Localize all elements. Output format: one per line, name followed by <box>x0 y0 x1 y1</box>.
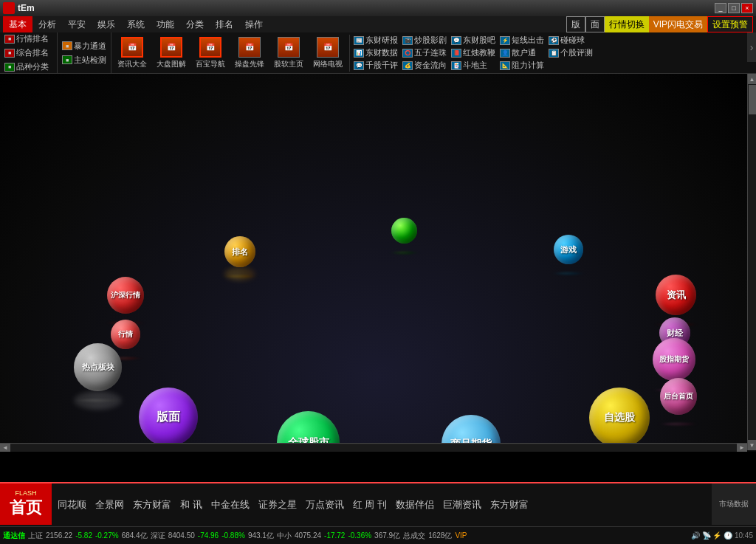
right-scrollbar[interactable]: ▲ ▼ <box>747 74 756 450</box>
news-link-hexun[interactable]: 和 讯 <box>180 498 202 512</box>
bottom-scrollbar[interactable]: ◄ ► <box>0 443 747 452</box>
ball-quote2[interactable]: 行情 <box>111 320 140 349</box>
ball-stock-futures[interactable]: 股指期货 <box>653 338 695 381</box>
toolbar-right-arrow[interactable]: › <box>747 32 756 62</box>
news-link-quanjingwang[interactable]: 全景网 <box>95 498 124 512</box>
landlord-icon: 🃏 <box>451 61 461 70</box>
ball-green[interactable] <box>391 218 417 244</box>
status-zx-value: 4075.24 <box>295 531 321 540</box>
toolbar-item-landlord[interactable]: 🃏 斗地主 <box>449 59 498 72</box>
news-link-juchao[interactable]: 巨潮资讯 <box>443 498 481 512</box>
stock-drama-icon: 🎬 <box>402 36 413 45</box>
scroll-thumb[interactable] <box>749 85 756 114</box>
toolbar-item-combined-rank[interactable]: ■ 综合排名 <box>2 47 55 59</box>
status-sz-pct: -0.88% <box>221 531 245 540</box>
scroll-right-button[interactable]: ► <box>737 444 747 452</box>
dongcai-report-icon: 📰 <box>354 36 364 45</box>
menu-item-alert[interactable]: 设置预警 <box>707 16 753 32</box>
menu-item-entertainment[interactable]: 娱乐 <box>92 16 121 32</box>
toolbar-item-news-all[interactable]: 📅 资讯大全 <box>113 35 151 72</box>
ball-hotspot[interactable]: 热点板块 <box>74 343 122 391</box>
red-candle-icon: 📕 <box>451 49 461 58</box>
news-link-stocks-star[interactable]: 证券之星 <box>258 498 297 512</box>
menu-item-function[interactable]: 功能 <box>151 16 180 32</box>
menu-item-banmian2[interactable]: 面 <box>585 16 605 32</box>
toolbar-item-trading-pioneer[interactable]: 📅 操盘先锋 <box>230 35 269 72</box>
quote-rank-icon: ■ <box>4 35 15 44</box>
ball-quote[interactable]: 沪深行情 <box>107 277 144 314</box>
menu-item-ping-an[interactable]: 平安 <box>62 16 92 32</box>
menu-item-category[interactable]: 分类 <box>180 16 210 32</box>
news-link-tonghuashun[interactable]: 同花顺 <box>58 498 86 512</box>
news-link-zhongjin[interactable]: 中金在线 <box>211 498 250 512</box>
toolbar-item-market-chart[interactable]: 📅 大盘图解 <box>152 35 190 72</box>
toolbar-item-resistance[interactable]: 📐 阻力计算 <box>498 59 546 72</box>
toolbar-item-stock-evaluation[interactable]: 📋 个股评测 <box>546 47 595 59</box>
menu-item-vip[interactable]: VIP闪电交易 <box>649 16 707 32</box>
resistance-icon: 📐 <box>500 61 510 70</box>
combined-rank-icon: ■ <box>4 49 15 58</box>
news-all-icon: 📅 <box>121 37 143 58</box>
ball-game[interactable]: 游戏 <box>554 235 583 264</box>
scroll-up-button[interactable]: ▲ <box>748 74 757 84</box>
maximize-button[interactable]: □ <box>728 3 740 13</box>
toolbar-item-stock-homepage[interactable]: 📅 股软主页 <box>269 35 308 72</box>
news-link-dongfang2[interactable]: 东方财富 <box>490 498 529 512</box>
toolbar-item-gomoku[interactable]: ⭕ 五子连珠 <box>400 47 449 59</box>
status-sz-value: 8404.50 <box>168 531 195 540</box>
toolbar-col1: ■ 行情排名 ■ 综合排名 ■ 品种分类 <box>0 32 58 73</box>
toolbar-item-stock-bar[interactable]: 💬 东财股吧 <box>449 34 498 47</box>
status-vip: VIP <box>455 531 467 540</box>
market-data-button[interactable]: 市场数据 <box>712 483 756 525</box>
toolbar-item-main-station[interactable]: ■ 主站检测 <box>60 54 109 66</box>
menu-item-ranking[interactable]: 排名 <box>210 16 239 32</box>
menu-item-operation[interactable]: 操作 <box>239 16 269 32</box>
news-link-red-weekly[interactable]: 红 周 刊 <box>353 498 387 512</box>
news-link-wandian[interactable]: 万点资讯 <box>306 498 344 512</box>
scroll-track <box>748 84 757 440</box>
bottom-area: FLASH 首页 同花顺 全景网 东方财富 和 讯 中金在线 证券之星 万点资讯… <box>0 482 756 526</box>
toolbar-item-web-tv[interactable]: 📅 网络电视 <box>309 35 347 72</box>
flash-label: FLASH <box>15 489 36 497</box>
ball-ranking[interactable]: 排名 <box>224 236 255 267</box>
toolbar-item-dongcai-data[interactable]: 📊 东财数据 <box>351 47 400 59</box>
close-button[interactable]: × <box>741 3 753 13</box>
toolbar-item-red-candle[interactable]: 📕 红烛教鞭 <box>449 47 498 59</box>
trading-pioneer-icon: 📅 <box>238 37 261 58</box>
ball-news[interactable]: 资讯 <box>656 275 696 315</box>
scroll-down-button[interactable]: ▼ <box>748 440 757 450</box>
toolbar-item-variety-class[interactable]: ■ 品种分类 <box>2 61 55 73</box>
toolbar-item-thousand-review[interactable]: 💬 千股千评 <box>351 59 400 72</box>
toolbar-item-billiard[interactable]: ⚽ 碰碰球 <box>546 34 595 47</box>
system-tray: 🔊 📡 ⚡ 🕐 10:45 <box>691 531 753 540</box>
toolbar-item-violent-channel[interactable]: ■ 暴力通道 <box>60 40 109 52</box>
menu-item-quote-switch[interactable]: 行情切换 <box>605 16 649 32</box>
stock-homepage-icon: 📅 <box>278 37 300 58</box>
toolbar-item-retail-channel[interactable]: 👤 散户通 <box>498 47 546 59</box>
minimize-button[interactable]: _ <box>715 3 726 13</box>
tray-icons: 🔊 📡 ⚡ 🕐 10:45 <box>691 531 753 540</box>
ball-self-select[interactable]: 自选股 <box>589 388 650 448</box>
ball-backend[interactable]: 后台首页 <box>660 378 697 415</box>
scroll-left-button[interactable]: ◄ <box>0 444 10 452</box>
menu-item-system[interactable]: 系统 <box>121 16 151 32</box>
dongcai-data-icon: 📊 <box>354 49 364 58</box>
news-link-dongfang-fortune[interactable]: 东方财富 <box>133 498 171 512</box>
status-sh-vol: 684.4亿 <box>122 531 148 541</box>
toolbar-item-navigation[interactable]: 📅 百宝导航 <box>191 35 230 72</box>
menu-item-base[interactable]: 基本 <box>3 16 32 32</box>
toolbar-item-dongcai-report[interactable]: 📰 东财研报 <box>351 34 400 47</box>
toolbar-item-fund-flow[interactable]: 💰 资金流向 <box>400 59 449 72</box>
status-sh-change: -5.82 <box>75 531 92 540</box>
gomoku-icon: ⭕ <box>402 49 413 58</box>
toolbar-item-short-attack[interactable]: ⚡ 短线出击 <box>498 34 546 47</box>
menu-item-banmian1[interactable]: 版 <box>566 16 585 32</box>
toolbar-item-quote-rank[interactable]: ■ 行情排名 <box>2 32 55 45</box>
toolbar-col2: ■ 暴力通道 ■ 主站检测 <box>58 32 111 73</box>
toolbar-item-stock-drama[interactable]: 🎬 炒股影剧 <box>400 34 449 47</box>
ball-banmian[interactable]: 版面 <box>139 388 198 447</box>
titlebar-left: tEm <box>3 2 35 14</box>
news-link-data-companion[interactable]: 数据伴侣 <box>396 498 434 512</box>
flash-button[interactable]: FLASH 首页 <box>0 483 52 525</box>
menu-item-analysis[interactable]: 分析 <box>32 16 62 32</box>
